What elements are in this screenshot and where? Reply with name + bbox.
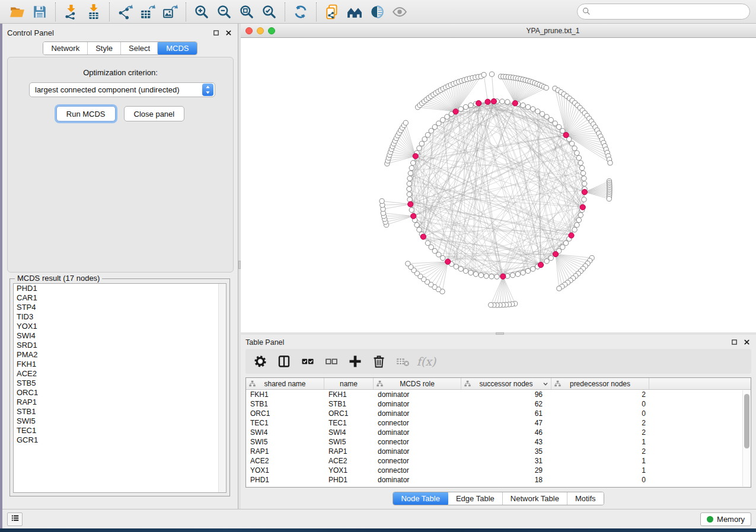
- toggle-visual-button[interactable]: [366, 2, 388, 21]
- table-settings-button[interactable]: [250, 351, 270, 371]
- tab-select[interactable]: Select: [120, 42, 158, 55]
- table-cell[interactable]: connector: [374, 418, 461, 428]
- table-cell[interactable]: 31: [461, 456, 551, 466]
- table-cell[interactable]: connector: [374, 466, 461, 475]
- table-cell[interactable]: dominator: [374, 390, 461, 399]
- column-header-MCDS-role[interactable]: MCDS role: [374, 378, 461, 389]
- mcds-result-item[interactable]: PHD1: [14, 284, 226, 293]
- table-cell[interactable]: STB1: [246, 399, 324, 409]
- search-input[interactable]: [577, 4, 750, 20]
- deselect-all-button[interactable]: [321, 351, 342, 371]
- close-window-icon[interactable]: [245, 27, 253, 34]
- network-canvas[interactable]: [241, 38, 756, 332]
- table-cell[interactable]: dominator: [374, 428, 461, 437]
- save-session-button[interactable]: [28, 2, 51, 21]
- table-row[interactable]: FKH1FKH1dominator962: [246, 390, 751, 399]
- table-cell[interactable]: ACE2: [324, 456, 374, 466]
- table-cell[interactable]: dominator: [374, 447, 461, 456]
- table-cell[interactable]: 1: [551, 466, 649, 475]
- table-cell[interactable]: SWI4: [324, 428, 374, 437]
- table-row[interactable]: STB1STB1dominator620: [246, 399, 751, 409]
- table-row[interactable]: RAP1RAP1dominator352: [246, 447, 751, 456]
- tab-network[interactable]: Network: [43, 42, 87, 55]
- mcds-result-item[interactable]: YOX1: [14, 322, 226, 331]
- show-columns-button[interactable]: [274, 351, 294, 371]
- mcds-result-item[interactable]: STB5: [14, 379, 226, 388]
- table-cell[interactable]: 0: [551, 399, 649, 409]
- tab-node-table[interactable]: Node Table: [393, 492, 448, 505]
- table-cell[interactable]: RAP1: [246, 447, 324, 456]
- table-row[interactable]: SWI4SWI4dominator462: [246, 428, 751, 437]
- mcds-result-item[interactable]: RAP1: [14, 398, 226, 407]
- export-network-button[interactable]: [114, 2, 136, 21]
- tab-edge-table[interactable]: Edge Table: [448, 492, 502, 505]
- table-cell[interactable]: 2: [551, 390, 649, 399]
- import-table-button[interactable]: [82, 2, 105, 21]
- table-cell[interactable]: 0: [551, 409, 649, 418]
- table-cell[interactable]: 18: [461, 475, 551, 485]
- mcds-result-list[interactable]: PHD1CAR1STP4TID3YOX1SWI4SRD1PMA2FKH1ACE2…: [13, 283, 227, 493]
- table-cell[interactable]: ORC1: [324, 409, 374, 418]
- table-cell[interactable]: SWI5: [324, 437, 374, 447]
- table-cell[interactable]: TEC1: [324, 418, 374, 428]
- table-scrollbar-thumb[interactable]: [744, 394, 749, 448]
- mcds-result-item[interactable]: TID3: [14, 312, 226, 322]
- table-cell[interactable]: 96: [461, 390, 551, 399]
- table-row[interactable]: YOX1YOX1connector291: [246, 466, 751, 475]
- table-cell[interactable]: connector: [374, 456, 461, 466]
- task-history-button[interactable]: [7, 512, 23, 526]
- float-table-panel-button[interactable]: [731, 338, 739, 346]
- column-header-name[interactable]: name: [324, 378, 374, 389]
- table-cell[interactable]: 2: [551, 447, 649, 456]
- table-cell[interactable]: SWI4: [246, 428, 324, 437]
- mcds-result-item[interactable]: SWI4: [14, 331, 226, 341]
- column-header-shared-name[interactable]: shared name: [246, 378, 324, 389]
- table-row[interactable]: ORC1ORC1dominator610: [246, 409, 751, 418]
- table-row[interactable]: SWI5SWI5connector431: [246, 437, 751, 447]
- zoom-fit-button[interactable]: [235, 2, 258, 21]
- table-scrollbar[interactable]: [742, 390, 750, 486]
- table-cell[interactable]: RAP1: [324, 447, 374, 456]
- table-cell[interactable]: 62: [461, 399, 551, 409]
- table-cell[interactable]: PHD1: [246, 475, 324, 485]
- tab-network-table[interactable]: Network Table: [502, 492, 567, 505]
- table-cell[interactable]: 43: [461, 437, 551, 447]
- table-cell[interactable]: dominator: [374, 399, 461, 409]
- zoom-selected-button[interactable]: [258, 2, 280, 21]
- minimize-window-icon[interactable]: [257, 27, 264, 34]
- mcds-result-item[interactable]: SWI5: [14, 416, 226, 426]
- mcds-result-item[interactable]: STB1: [14, 407, 226, 416]
- table-cell[interactable]: STB1: [324, 399, 374, 409]
- table-cell[interactable]: FKH1: [246, 390, 324, 399]
- table-cell[interactable]: 47: [461, 418, 551, 428]
- table-cell[interactable]: YOX1: [246, 466, 324, 475]
- memory-button[interactable]: Memory: [700, 512, 751, 526]
- table-cell[interactable]: TEC1: [246, 418, 324, 428]
- zoom-out-button[interactable]: [213, 2, 235, 21]
- column-header-predecessor-nodes[interactable]: predecessor nodes: [551, 378, 649, 389]
- table-cell[interactable]: 29: [461, 466, 551, 475]
- run-mcds-button[interactable]: Run MCDS: [56, 106, 116, 121]
- select-all-button[interactable]: [298, 351, 318, 371]
- mcds-result-item[interactable]: PMA2: [14, 350, 226, 360]
- tab-style[interactable]: Style: [87, 42, 120, 55]
- table-cell[interactable]: PHD1: [324, 475, 374, 485]
- export-image-button[interactable]: [159, 2, 181, 21]
- tab-motifs[interactable]: Motifs: [567, 492, 604, 505]
- table-cell[interactable]: 0: [551, 475, 649, 485]
- open-file-button[interactable]: [6, 2, 28, 21]
- table-cell[interactable]: 46: [461, 428, 551, 437]
- open-home-button[interactable]: [343, 2, 366, 21]
- zoom-in-button[interactable]: [190, 2, 213, 21]
- maximize-window-icon[interactable]: [268, 27, 275, 34]
- optimization-criterion-select[interactable]: largest connected component (undirected): [29, 82, 215, 97]
- add-column-button[interactable]: [345, 351, 365, 371]
- table-cell[interactable]: connector: [374, 437, 461, 447]
- table-cell[interactable]: 61: [461, 409, 551, 418]
- table-cell[interactable]: 1: [551, 437, 649, 447]
- mcds-result-item[interactable]: ORC1: [14, 388, 226, 398]
- close-panel-button[interactable]: [225, 29, 233, 37]
- table-cell[interactable]: 35: [461, 447, 551, 456]
- mcds-result-item[interactable]: GCR1: [14, 435, 226, 445]
- mcds-list-scrollbar[interactable]: [218, 284, 226, 492]
